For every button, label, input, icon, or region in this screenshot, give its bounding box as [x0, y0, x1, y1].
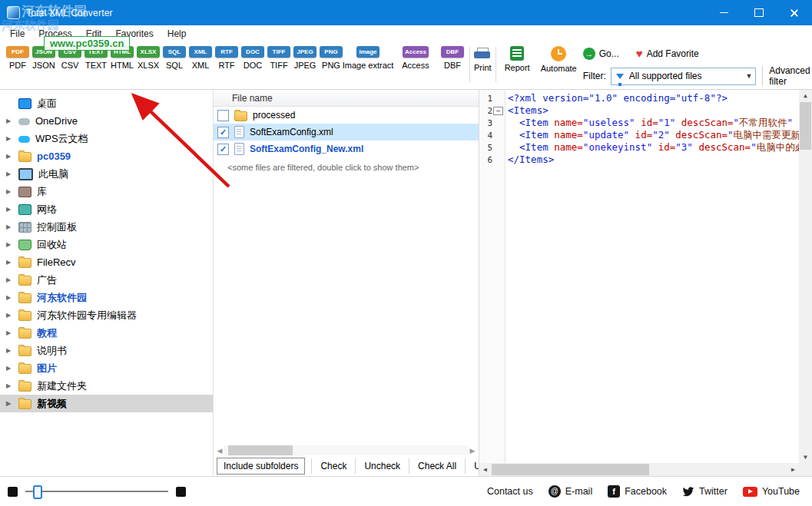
maximize-button[interactable]: [741, 0, 777, 25]
sidebar-item-pc0359[interactable]: ▶pc0359: [0, 147, 213, 165]
editor-horizontal-scrollbar[interactable]: ◀ ▶: [479, 463, 799, 476]
sidebar-item-control-panel[interactable]: ▶控制面板: [0, 218, 213, 236]
sidebar-item-manual[interactable]: ▶说明书: [0, 342, 213, 359]
expand-arrow-icon[interactable]: ▶: [6, 188, 18, 195]
sidebar-item-onedrive[interactable]: ▶OneDrive: [0, 112, 213, 130]
contact-us-link[interactable]: Contact us: [487, 486, 533, 497]
expand-arrow-icon[interactable]: ▶: [6, 365, 18, 372]
email-link[interactable]: @ E-mail: [549, 485, 592, 498]
menu-favorites[interactable]: Favorites: [108, 26, 160, 41]
sidebar-item-new-video[interactable]: ▶新视频: [0, 395, 213, 412]
sidebar-item-wps-cloud[interactable]: ▶WPS云文档: [0, 130, 213, 147]
file-row[interactable]: ✓SoftExamConfig_New.xml: [214, 141, 479, 157]
format-json-button[interactable]: JSONJSON: [31, 46, 57, 70]
sidebar-item-libraries[interactable]: ▶库: [0, 183, 213, 200]
format-pdf-button[interactable]: PDFPDF: [5, 46, 31, 70]
expand-arrow-icon[interactable]: ▶: [6, 400, 18, 407]
check-all-button[interactable]: Check All: [409, 458, 466, 474]
checkbox[interactable]: [217, 110, 229, 121]
format-xml-button[interactable]: XMLXML: [187, 46, 214, 70]
advanced-filter-link[interactable]: Advanced filter: [769, 65, 812, 87]
expand-arrow-icon[interactable]: ▶: [6, 117, 18, 124]
include-subfolders-button[interactable]: Include subfolders: [217, 458, 305, 475]
file-row[interactable]: processed: [214, 107, 479, 124]
check-button[interactable]: Check: [311, 458, 356, 474]
expand-arrow-icon[interactable]: ▶: [6, 170, 18, 177]
filter-dropdown[interactable]: All supported files ▼: [611, 68, 757, 85]
xml-code-view[interactable]: <?xml version="1.0" encoding="utf-8"?><I…: [505, 90, 799, 463]
format-dbf-button[interactable]: DBFDBF: [439, 46, 466, 70]
expand-arrow-icon[interactable]: ▶: [6, 241, 18, 248]
format-png-button[interactable]: PNGPNG: [318, 46, 344, 70]
format-csv-button[interactable]: CSVCSV: [57, 46, 83, 70]
scroll-up-icon[interactable]: ▲: [799, 90, 812, 101]
zoom-slider[interactable]: [25, 491, 168, 492]
sidebar-item-hedong-editor[interactable]: ▶河东软件园专用编辑器: [0, 306, 213, 324]
format-text-button[interactable]: TEXTTEXT: [83, 46, 109, 70]
format-access-button[interactable]: AccessAccess: [392, 46, 439, 70]
print-button[interactable]: Print: [474, 46, 492, 72]
close-button[interactable]: [777, 0, 812, 25]
scrollbar-thumb[interactable]: [228, 445, 293, 455]
report-button[interactable]: Report: [505, 46, 530, 72]
uncheck-button[interactable]: Uncheck: [356, 458, 409, 474]
expand-arrow-icon[interactable]: ▶: [6, 276, 18, 283]
format-html-button[interactable]: HTMLHTML: [109, 46, 135, 70]
add-favorite-button[interactable]: ♥ Add Favorite: [636, 48, 699, 59]
menu-edit[interactable]: Edit: [79, 26, 109, 41]
checkbox[interactable]: ✓: [217, 127, 229, 138]
sidebar-item-recycle-bin[interactable]: ▶回收站: [0, 236, 213, 253]
menu-process[interactable]: Process: [31, 26, 78, 41]
collapse-toggle-icon[interactable]: −: [493, 107, 503, 115]
menu-file[interactable]: File: [3, 26, 31, 41]
sidebar-item-network[interactable]: ▶网络: [0, 200, 213, 218]
menu-help[interactable]: Help: [161, 26, 194, 41]
minimize-button[interactable]: [706, 0, 741, 25]
file-list-horizontal-scrollbar[interactable]: ◀ ▶: [214, 445, 479, 456]
scroll-right-icon[interactable]: ▶: [787, 463, 799, 476]
zoom-in-button[interactable]: [176, 487, 186, 497]
expand-arrow-icon[interactable]: ▶: [6, 329, 18, 336]
facebook-link[interactable]: f Facebook: [608, 485, 667, 498]
scrollbar-track[interactable]: [224, 445, 469, 455]
expand-arrow-icon[interactable]: ▶: [6, 347, 18, 354]
expand-arrow-icon[interactable]: ▶: [6, 259, 18, 266]
scrollbar-thumb[interactable]: [492, 464, 649, 475]
youtube-link[interactable]: YouTube: [743, 486, 800, 497]
expand-arrow-icon[interactable]: ▶: [6, 382, 18, 389]
zoom-slider-handle[interactable]: [33, 485, 42, 499]
expand-arrow-icon[interactable]: ▶: [6, 294, 18, 301]
format-rtf-button[interactable]: RTFRTF: [214, 46, 240, 70]
scroll-right-icon[interactable]: ▶: [469, 447, 476, 455]
uncheck-all-button[interactable]: Unc: [466, 458, 479, 474]
file-name-column-header[interactable]: File name: [214, 90, 479, 107]
format-sql-button[interactable]: SQLSQL: [161, 46, 187, 70]
expand-arrow-icon[interactable]: ▶: [6, 223, 18, 230]
format-image-extract-button[interactable]: ImageImage extract: [344, 46, 392, 70]
scroll-left-icon[interactable]: ◀: [479, 463, 491, 476]
format-xlsx-button[interactable]: XLSXXLSX: [135, 46, 161, 70]
sidebar-item-ads[interactable]: ▶广告: [0, 271, 213, 289]
go-button[interactable]: → Go...: [583, 48, 619, 60]
file-row[interactable]: ✓SoftExamConfig.xml: [214, 124, 479, 141]
format-jpeg-button[interactable]: JPEGJPEG: [292, 46, 318, 70]
twitter-link[interactable]: Twitter: [682, 486, 727, 497]
format-doc-button[interactable]: DOCDOC: [240, 46, 266, 70]
sidebar-item-tutorials[interactable]: ▶教程: [0, 324, 213, 342]
format-tiff-button[interactable]: TIFFTIFF: [266, 46, 292, 70]
scrollbar-thumb[interactable]: [800, 102, 811, 150]
scroll-down-icon[interactable]: ▼: [799, 451, 812, 463]
expand-arrow-icon[interactable]: ▶: [6, 312, 18, 319]
sidebar-item-filerecv[interactable]: ▶FileRecv: [0, 253, 213, 271]
scroll-left-icon[interactable]: ◀: [216, 447, 224, 455]
expand-arrow-icon[interactable]: ▶: [6, 135, 18, 142]
editor-vertical-scrollbar[interactable]: ▲ ▼: [799, 90, 812, 463]
sidebar-item-new-folder[interactable]: ▶新建文件夹: [0, 377, 213, 395]
automate-button[interactable]: Automate: [541, 46, 577, 73]
sidebar-item-pictures[interactable]: ▶图片: [0, 359, 213, 377]
zoom-out-button[interactable]: [8, 487, 18, 497]
sidebar-item-desktop[interactable]: 桌面: [0, 94, 213, 112]
sidebar-item-this-pc[interactable]: ▶此电脑: [0, 165, 213, 183]
checkbox[interactable]: ✓: [217, 144, 229, 155]
expand-arrow-icon[interactable]: ▶: [6, 206, 18, 213]
